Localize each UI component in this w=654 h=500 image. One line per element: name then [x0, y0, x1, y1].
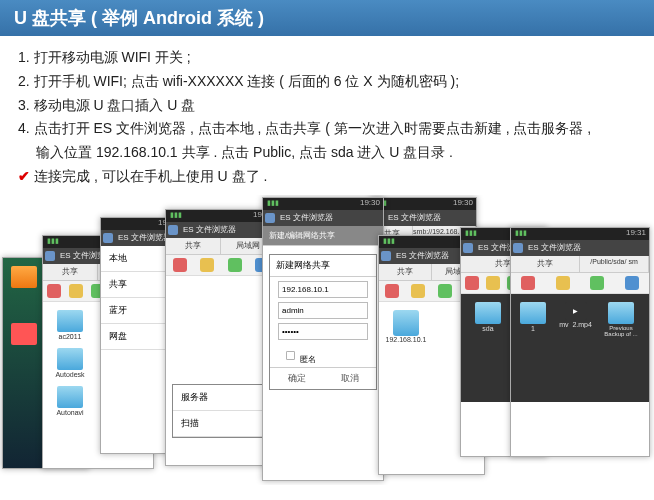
step-done: ✔连接完成 , 可以在手机上使用 U 盘了 . — [18, 165, 636, 189]
phone-share: ▮▮▮19:30 ES 文件浏览器 共享局域网 服务器 扫描 — [165, 209, 277, 466]
input-server[interactable]: 192.168.10.1 — [278, 281, 368, 298]
instructions: 1. 打开移动电源 WIFI 开关 ; 2. 打开手机 WIFI; 点击 wif… — [0, 36, 654, 195]
btn-ok[interactable]: 确定 — [270, 368, 323, 389]
step-4: 4. 点击打开 ES 文件浏览器 , 点击本地 , 点击共享 ( 第一次进入时需… — [18, 117, 636, 141]
step-3: 3. 移动电源 U 盘口插入 U 盘 — [18, 94, 636, 118]
btn-cancel[interactable]: 取消 — [323, 368, 376, 389]
step-2: 2. 打开手机 WIFI; 点击 wifi-XXXXXX 连接 ( 后面的 6 … — [18, 70, 636, 94]
step-4b: 输入位置 192.168.10.1 共享 . 点击 Public, 点击 sda… — [18, 141, 636, 165]
menu-server[interactable]: 服务器 — [173, 385, 269, 411]
page-title: U 盘共享 ( 举例 Android 系统 ) — [0, 0, 654, 36]
screenshot-row: 4 ▮▮▮19:30 ES 文件浏览器 共享局域网 ac2011 apkBack… — [0, 195, 654, 485]
input-pass[interactable]: •••••• — [278, 323, 368, 340]
step-1: 1. 打开移动电源 WIFI 开关 ; — [18, 46, 636, 70]
phone-dialog: ▮▮▮19:30 ES 文件浏览器 新建/编辑网络共享 新建网络共享 192.1… — [262, 197, 384, 481]
check-icon: ✔ — [18, 168, 30, 184]
phone-files: ▮▮▮19:31 ES 文件浏览器 共享/Public/sda/ sm 1 ▶m… — [510, 227, 650, 457]
input-user[interactable]: admin — [278, 302, 368, 319]
